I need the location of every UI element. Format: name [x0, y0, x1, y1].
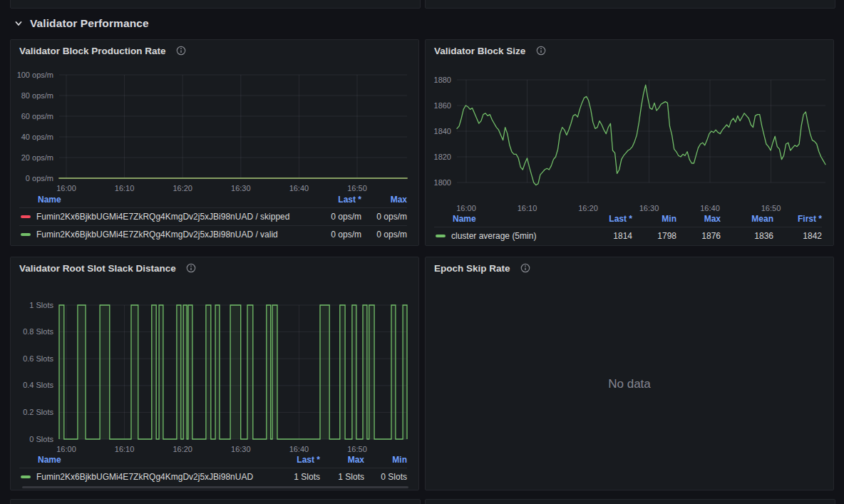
panel-epoch-skip-rate: Epoch Skip Rate No data: [425, 257, 834, 490]
legend-header-max[interactable]: Max: [361, 195, 407, 205]
legend-value-last: 0 ops/m: [310, 212, 361, 222]
legend-value-min: 0 Slots: [364, 472, 407, 482]
info-icon[interactable]: [535, 46, 546, 56]
y-axis-tick-label: 1880: [426, 75, 451, 86]
series-name-text: Fumin2Kx6BjkbUGMi4E7ZkRQg4KmgDv2j5xJBi98…: [36, 472, 253, 482]
y-axis-tick-label: 80 ops/m: [11, 91, 53, 101]
series-fill: [59, 305, 407, 439]
chevron-down-icon[interactable]: [14, 19, 23, 28]
section-row-validator-performance[interactable]: Validator Performance: [14, 17, 149, 30]
info-icon[interactable]: [186, 263, 197, 274]
panel-header[interactable]: Epoch Skip Rate: [426, 257, 833, 279]
legend-header-max[interactable]: Max: [320, 455, 364, 465]
legend-value-min: 1798: [632, 231, 676, 241]
legend-value-last: 0 ops/m: [310, 230, 361, 240]
y-axis-tick-label: 100 ops/m: [11, 70, 53, 81]
series-swatch-green[interactable]: [21, 233, 31, 236]
no-data-message: No data: [608, 377, 651, 391]
y-axis-tick-label: 0.8 Slots: [11, 326, 53, 337]
panel-header[interactable]: Validator Root Slot Slack Distance: [11, 257, 418, 279]
y-axis-tick-label: 0.6 Slots: [11, 354, 53, 364]
panel-validator-block-size: Validator Block Size 1880186018401820180…: [425, 39, 834, 246]
legend-scrollbar[interactable]: [22, 486, 408, 488]
panel-title[interactable]: Validator Block Production Rate: [19, 46, 166, 56]
y-axis-tick-label: 1840: [426, 126, 451, 137]
y-axis-tick-label: 20 ops/m: [11, 153, 53, 163]
partial-panel-top-right: [425, 0, 835, 9]
series-name-text: Fumin2Kx6BjkbUGMi4E7ZkRQg4KmgDv2j5xJBi98…: [36, 230, 278, 240]
legend-value-last: 1814: [578, 231, 632, 241]
partial-panel-bottom-right: [425, 499, 835, 504]
legend-header-name[interactable]: Name: [434, 214, 578, 224]
legend-header-last[interactable]: Last *: [310, 195, 361, 205]
y-axis-tick-label: 1 Slots: [11, 300, 53, 311]
legend-header-first[interactable]: First *: [773, 214, 822, 224]
series-line: [457, 85, 825, 185]
legend: Name Last * Max Min Fumin2Kx6BjkbUGMi4E7…: [19, 452, 407, 485]
legend-header-name[interactable]: Name: [19, 455, 269, 465]
y-axis-tick-label: 0 ops/m: [11, 173, 53, 184]
legend-row-validator: Fumin2Kx6BjkbUGMi4E7ZkRQg4KmgDv2j5xJBi98…: [19, 468, 407, 485]
section-title: Validator Performance: [30, 17, 149, 30]
series-swatch-green[interactable]: [436, 235, 446, 237]
legend-series-label[interactable]: cluster average (5min): [434, 231, 578, 241]
legend: Name Last * Max Fumin2Kx6BjkbUGMi4E7ZkRQ…: [19, 192, 407, 243]
info-icon[interactable]: [520, 263, 531, 274]
panel-validator-root-slot-slack-distance: Validator Root Slot Slack Distance 1 Slo…: [10, 257, 419, 490]
legend-value-mean: 1836: [721, 231, 773, 241]
legend-header-last[interactable]: Last *: [269, 455, 320, 465]
panel-header[interactable]: Validator Block Size: [426, 40, 833, 61]
legend-header-last[interactable]: Last *: [578, 214, 632, 224]
y-axis-tick-label: 1800: [426, 178, 451, 188]
panel-header[interactable]: Validator Block Production Rate: [11, 40, 418, 61]
legend-series-label[interactable]: Fumin2Kx6BjkbUGMi4E7ZkRQg4KmgDv2j5xJBi98…: [19, 472, 269, 482]
y-axis-tick-label: 0.2 Slots: [11, 407, 53, 418]
legend-row-cluster-average: cluster average (5min) 1814 1798 1876 18…: [434, 227, 822, 245]
panel-title[interactable]: Epoch Skip Rate: [434, 263, 510, 274]
y-axis-tick-label: 0 Slots: [11, 434, 53, 445]
series-name-text: cluster average (5min): [451, 231, 536, 241]
panel-title[interactable]: Validator Block Size: [434, 46, 525, 56]
partial-panel-bottom-left: [10, 499, 421, 504]
legend-value-max: 1 Slots: [320, 472, 364, 482]
y-axis-tick-label: 60 ops/m: [11, 111, 53, 122]
series-swatch-red[interactable]: [21, 215, 31, 218]
legend-series-label[interactable]: Fumin2Kx6BjkbUGMi4E7ZkRQg4KmgDv2j5xJBi98…: [19, 212, 310, 222]
legend: Name Last * Min Max Mean First * cluster…: [434, 211, 822, 245]
legend-series-label[interactable]: Fumin2Kx6BjkbUGMi4E7ZkRQg4KmgDv2j5xJBi98…: [19, 230, 310, 240]
y-axis-tick-label: 40 ops/m: [11, 132, 53, 143]
legend-header-name[interactable]: Name: [19, 195, 310, 205]
series-swatch-green[interactable]: [21, 475, 31, 478]
y-axis-tick-label: 1820: [426, 152, 451, 163]
legend-header-row: Name Last * Max: [19, 192, 407, 207]
series-step-line: [59, 305, 407, 439]
legend-row-valid: Fumin2Kx6BjkbUGMi4E7ZkRQg4KmgDv2j5xJBi98…: [19, 225, 407, 243]
series-name-text: Fumin2Kx6BjkbUGMi4E7ZkRQg4KmgDv2j5xJBi98…: [36, 212, 289, 222]
legend-header-min[interactable]: Min: [364, 455, 407, 465]
y-axis-tick-label: 0.4 Slots: [11, 380, 53, 391]
legend-value-first: 1842: [773, 231, 822, 241]
legend-value-max: 0 ops/m: [361, 230, 407, 240]
legend-header-min[interactable]: Min: [632, 214, 676, 224]
legend-header-max[interactable]: Max: [676, 214, 721, 224]
legend-header-row: Name Last * Min Max Mean First *: [434, 211, 822, 227]
panel-validator-block-production-rate: Validator Block Production Rate 100 ops/…: [10, 39, 419, 246]
partial-panel-top-left: [10, 0, 421, 9]
info-icon[interactable]: [176, 46, 187, 56]
legend-value-max: 0 ops/m: [361, 212, 407, 222]
legend-header-row: Name Last * Max Min: [19, 452, 407, 468]
legend-header-mean[interactable]: Mean: [721, 214, 773, 224]
panel-title[interactable]: Validator Root Slot Slack Distance: [19, 263, 176, 274]
legend-value-last: 1 Slots: [269, 472, 320, 482]
y-axis-tick-label: 1860: [426, 101, 451, 111]
legend-row-skipped: Fumin2Kx6BjkbUGMi4E7ZkRQg4KmgDv2j5xJBi98…: [19, 207, 407, 225]
legend-value-max: 1876: [676, 231, 721, 241]
no-data-container: No data: [426, 279, 833, 490]
